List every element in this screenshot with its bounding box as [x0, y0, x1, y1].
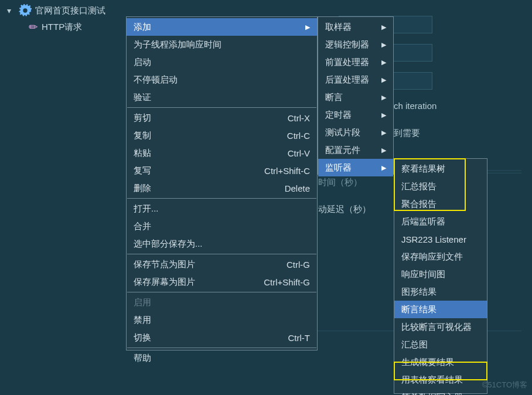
- bg-text-seconds1: 时间（秒）: [318, 177, 362, 188]
- submenu-pre-processor[interactable]: 前置处理器▶: [318, 53, 393, 71]
- listener-response-time-graph[interactable]: 响应时间图: [394, 265, 487, 283]
- submenu-config-element[interactable]: 配置元件▶: [318, 141, 393, 159]
- listener-compare-assertion[interactable]: 比较断言可视化器: [394, 318, 487, 336]
- menu-separator: [127, 254, 316, 254]
- menu-save-screen-img[interactable]: 保存屏幕为图片Ctrl+Shift-G: [127, 273, 317, 291]
- listener-summary-results[interactable]: 生成概要结果: [394, 353, 487, 371]
- submenu-logic-controller[interactable]: 逻辑控制器▶: [318, 36, 393, 53]
- menu-merge[interactable]: 合并: [127, 217, 317, 235]
- submenu-sampler[interactable]: 取样器▶: [318, 18, 393, 36]
- bg-text-need: 到需要: [394, 128, 420, 139]
- listener-aggregate-report[interactable]: 聚合报告: [394, 195, 487, 213]
- gear-icon: [19, 4, 32, 17]
- test-plan-tree: ▾ 官网首页接口测试 ✎ HTTP请求: [7, 2, 105, 35]
- submenu-assertion[interactable]: 断言▶: [318, 88, 393, 106]
- pipette-icon: ✎: [26, 19, 41, 35]
- listener-simple-writer[interactable]: 简单数据写入器: [394, 389, 487, 395]
- menu-validate[interactable]: 验证: [127, 88, 317, 106]
- menu-delete[interactable]: 删除Delete: [127, 179, 317, 197]
- menu-disable[interactable]: 禁用: [127, 311, 317, 329]
- listener-assertion-results[interactable]: 断言结果: [394, 301, 487, 318]
- menu-separator: [127, 107, 316, 108]
- menu-cut[interactable]: 剪切Ctrl-X: [127, 109, 317, 127]
- tree-node-http[interactable]: ✎ HTTP请求: [7, 19, 105, 35]
- menu-add-timer-child[interactable]: 为子线程添加响应时间: [127, 36, 317, 53]
- submenu-add[interactable]: 取样器▶ 逻辑控制器▶ 前置处理器▶ 后置处理器▶ 断言▶ 定时器▶ 测试片段▶…: [318, 16, 394, 175]
- menu-enable: 启用: [127, 294, 317, 311]
- bg-text-iteration: ch iteration: [394, 101, 436, 111]
- listener-summary-report[interactable]: 汇总报告: [394, 178, 487, 195]
- menu-toggle[interactable]: 切换Ctrl-T: [127, 329, 317, 346]
- menu-duplicate[interactable]: 复写Ctrl+Shift-C: [127, 162, 317, 179]
- watermark: ©51CTO博客: [482, 380, 527, 390]
- listener-results-tree[interactable]: 察看结果树: [394, 160, 487, 178]
- menu-start[interactable]: 启动: [127, 53, 317, 71]
- listener-save-response[interactable]: 保存响应到文件: [394, 248, 487, 265]
- submenu-listener[interactable]: 监听器▶: [318, 159, 393, 176]
- submenu-test-fragment[interactable]: 测试片段▶: [318, 124, 393, 141]
- submenu-post-processor[interactable]: 后置处理器▶: [318, 71, 393, 88]
- menu-separator: [127, 198, 316, 199]
- listener-backend[interactable]: 后端监听器: [394, 213, 487, 230]
- menu-open[interactable]: 打开...: [127, 200, 317, 217]
- menu-add[interactable]: 添加 ▶: [127, 18, 317, 36]
- menu-separator: [127, 348, 316, 348]
- context-menu[interactable]: 添加 ▶ 为子线程添加响应时间 启动 不停顿启动 验证 剪切Ctrl-X 复制C…: [126, 16, 318, 350]
- tree-node-threadgroup[interactable]: ▾ 官网首页接口测试: [7, 2, 105, 19]
- tree-node-http-label: HTTP请求: [42, 22, 82, 33]
- menu-paste[interactable]: 粘贴Ctrl-V: [127, 144, 317, 162]
- bg-text-seconds2: 动延迟（秒）: [318, 204, 371, 215]
- collapse-icon[interactable]: ▾: [7, 6, 15, 15]
- listener-table-results[interactable]: 用表格察看结果: [394, 371, 487, 389]
- tree-node-label: 官网首页接口测试: [35, 5, 105, 16]
- submenu-timer[interactable]: 定时器▶: [318, 106, 393, 124]
- menu-help[interactable]: 帮助: [127, 349, 317, 367]
- listener-graph-results[interactable]: 图形结果: [394, 283, 487, 301]
- menu-save-node-img[interactable]: 保存节点为图片Ctrl-G: [127, 256, 317, 273]
- menu-save-selection[interactable]: 选中部分保存为...: [127, 235, 317, 253]
- menu-start-no-pause[interactable]: 不停顿启动: [127, 71, 317, 88]
- chevron-right-icon: ▶: [305, 23, 310, 31]
- listener-jsr223[interactable]: JSR223 Listener: [394, 230, 487, 248]
- listener-aggregate-graph[interactable]: 汇总图: [394, 336, 487, 353]
- menu-separator: [127, 292, 316, 292]
- menu-copy[interactable]: 复制Ctrl-C: [127, 127, 317, 144]
- submenu-listener-items[interactable]: 察看结果树 汇总报告 聚合报告 后端监听器 JSR223 Listener 保存…: [394, 158, 487, 394]
